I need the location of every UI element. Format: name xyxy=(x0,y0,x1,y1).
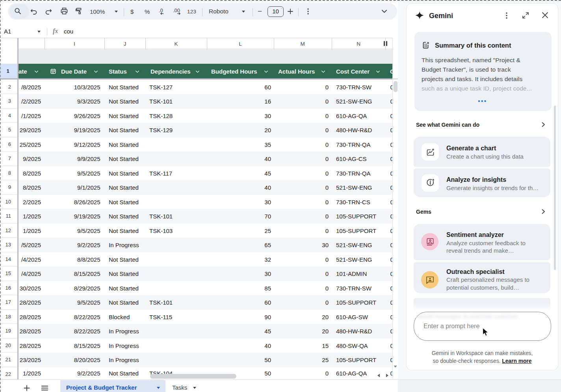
svg-text:.00: .00 xyxy=(173,8,180,13)
svg-text:.0: .0 xyxy=(159,8,163,13)
